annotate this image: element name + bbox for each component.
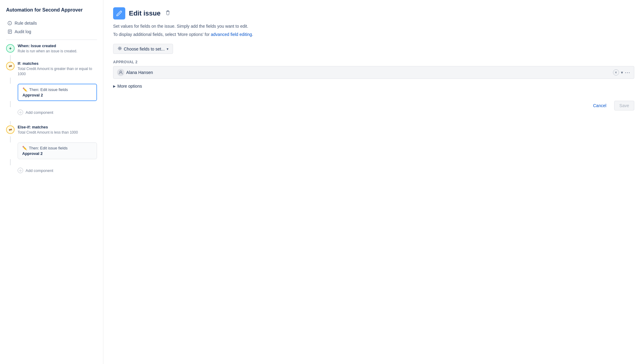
elseif-label: Else-if: matches (18, 125, 97, 129)
right-panel: Edit issue Set values for fields on the … (103, 0, 644, 364)
flow-container: + When: Issue created Rule is run when a… (6, 44, 97, 173)
trigger-badge: + (6, 44, 15, 53)
svg-point-9 (119, 48, 120, 49)
action-card-1[interactable]: ✏️ Then: Edit issue fields Approval 2 (18, 84, 97, 101)
connector-4 (10, 121, 11, 125)
svg-rect-1 (9, 23, 10, 24)
spacer-1 (6, 115, 97, 121)
panel-desc-2-prefix: To display additional fields, select 'Mo… (113, 32, 211, 37)
trigger-label: When: Issue created (18, 44, 97, 48)
trash-icon[interactable] (165, 10, 170, 16)
sidebar: Automation for Second Approver Rule deta… (0, 0, 103, 364)
svg-rect-7 (167, 11, 169, 11)
connector-1 (10, 55, 11, 61)
add-component-label-1: Add component (26, 110, 53, 115)
flow-condition-1: ⇌ If: matches Total Credit Amount is gre… (6, 61, 97, 77)
add-circle-icon-1: ○ (18, 110, 23, 115)
sidebar-item-audit-log[interactable]: Audit log (6, 27, 97, 36)
action-card-2[interactable]: ✏️ Then: Edit issue fields Approval 2 (18, 142, 97, 159)
add-circle-icon-2: ○ (18, 168, 23, 173)
field-chevron-button[interactable]: ▾ (621, 70, 623, 75)
add-component-2[interactable]: ○ Add component (18, 168, 97, 173)
connector-2 (10, 78, 11, 84)
panel-title: Edit issue (129, 9, 161, 17)
svg-rect-8 (166, 11, 170, 12)
chevron-down-icon: ▾ (167, 47, 168, 51)
flow-elseif: ⇌ Else-if: matches Total Credit Amount i… (6, 125, 97, 135)
elseif-badge: ⇌ (6, 125, 15, 134)
panel-desc-2: To display additional fields, select 'Mo… (113, 31, 634, 38)
rule-details-label: Rule details (15, 21, 37, 26)
condition-label-1: If: matches (18, 61, 97, 66)
action-title-2: Approval 2 (22, 151, 92, 156)
sidebar-item-rule-details[interactable]: Rule details (6, 19, 97, 27)
panel-desc-1: Set values for fields on the issue. Simp… (113, 23, 634, 30)
svg-point-10 (120, 71, 122, 73)
connector-6 (10, 159, 11, 165)
condition-badge-1: ⇌ (6, 62, 15, 70)
circle-info-icon (7, 21, 12, 26)
sidebar-divider (6, 40, 97, 40)
svg-point-2 (9, 22, 10, 23)
cancel-button[interactable]: Cancel (588, 101, 611, 110)
add-component-label-2: Add component (26, 168, 53, 173)
sidebar-title: Automation for Second Approver (6, 7, 97, 13)
action-header-1: Then: Edit issue fields (29, 87, 68, 92)
field-more-button[interactable]: ··· (625, 69, 630, 76)
condition-sub-1: Total Credit Amount is greater than or e… (18, 66, 97, 77)
panel-footer: Cancel Save (113, 101, 634, 110)
choose-fields-label: Choose fields to set... (124, 47, 165, 51)
field-clear-button[interactable]: ✕ (613, 69, 619, 75)
field-actions: ✕ ▾ ··· (613, 69, 630, 76)
field-section-label: Approval 2 (113, 60, 634, 64)
panel-header: Edit issue (113, 7, 634, 19)
more-options-label: More options (117, 84, 142, 89)
audit-log-label: Audit log (15, 29, 31, 34)
flow-trigger: + When: Issue created Rule is run when a… (6, 44, 97, 54)
gear-icon (118, 46, 122, 51)
action-title-1: Approval 2 (23, 93, 92, 97)
field-value: Alana Hansen (126, 70, 611, 75)
advanced-field-editing-link[interactable]: advanced field editing (211, 32, 252, 37)
pencil-icon-1: ✏️ (23, 87, 27, 92)
panel-desc-2-suffix: . (252, 32, 253, 37)
add-component-1[interactable]: ○ Add component (18, 110, 97, 115)
pencil-icon-2: ✏️ (22, 146, 27, 150)
panel-pencil-icon (113, 7, 125, 19)
trigger-sub: Rule is run when an issue is created. (18, 49, 97, 54)
action-header-2: Then: Edit issue fields (29, 146, 68, 150)
choose-fields-button[interactable]: Choose fields to set... ▾ (113, 44, 173, 54)
field-input-row: Alana Hansen ✕ ▾ ··· (113, 66, 634, 79)
doc-icon (7, 29, 12, 34)
more-options-chevron: ▶ (113, 84, 116, 88)
user-avatar (117, 69, 124, 76)
connector-3 (10, 101, 11, 107)
save-button[interactable]: Save (614, 101, 634, 110)
elseif-sub: Total Credit Amount is less than 1000 (18, 130, 97, 135)
more-options-toggle[interactable]: ▶ More options (113, 84, 634, 89)
connector-5 (10, 136, 11, 142)
